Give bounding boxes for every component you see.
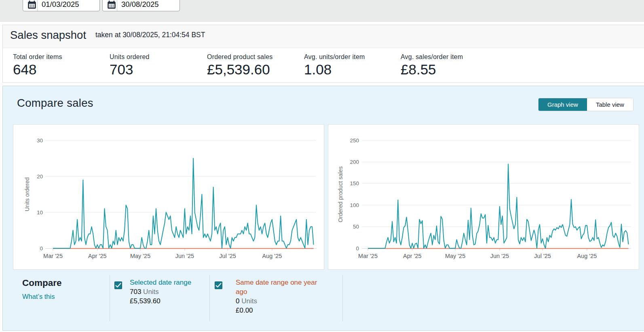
- svg-text:Mar '25: Mar '25: [358, 253, 378, 259]
- svg-text:50: 50: [353, 224, 359, 230]
- svg-text:Aug '25: Aug '25: [577, 253, 597, 259]
- svg-text:Aug '25: Aug '25: [262, 253, 282, 259]
- svg-text:10: 10: [37, 209, 43, 216]
- svg-text:Apr '25: Apr '25: [403, 253, 422, 259]
- svg-text:Ordered product sales: Ordered product sales: [337, 166, 344, 222]
- svg-text:Jun '25: Jun '25: [490, 253, 509, 259]
- svg-text:May '25: May '25: [445, 253, 465, 259]
- svg-text:Mar '25: Mar '25: [43, 253, 63, 259]
- svg-text:20: 20: [37, 173, 43, 180]
- svg-text:Jul '25: Jul '25: [219, 253, 236, 259]
- svg-text:200: 200: [350, 159, 359, 165]
- svg-text:0: 0: [356, 245, 359, 252]
- svg-text:Jul '25: Jul '25: [534, 253, 551, 259]
- svg-text:0: 0: [40, 245, 43, 252]
- svg-text:100: 100: [350, 202, 359, 208]
- svg-text:Apr '25: Apr '25: [88, 253, 106, 259]
- svg-text:30: 30: [37, 137, 43, 144]
- svg-text:May '25: May '25: [130, 253, 150, 259]
- svg-text:150: 150: [350, 180, 359, 186]
- svg-text:Jun '25: Jun '25: [175, 253, 194, 259]
- svg-text:250: 250: [350, 137, 359, 144]
- svg-text:Units ordered: Units ordered: [24, 177, 30, 211]
